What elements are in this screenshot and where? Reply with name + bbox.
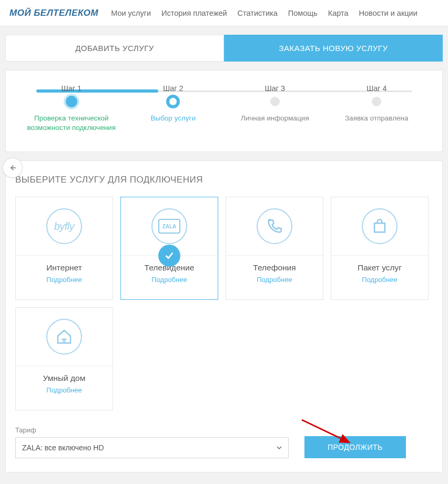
chevron-down-icon <box>277 445 282 450</box>
step-number: Шаг 3 <box>224 84 326 93</box>
nav-news[interactable]: Новости и акции <box>359 9 418 17</box>
step-label: Личная информация <box>224 114 326 123</box>
tariff-label: Тариф <box>15 426 289 434</box>
continue-button[interactable]: ПРОДОЛЖИТЬ <box>304 436 406 458</box>
card-telephony[interactable]: Телефония Подробнее <box>226 197 323 300</box>
nav-statistics[interactable]: Статистика <box>238 9 278 17</box>
service-cards: byfly Интернет Подробнее ZALA Телевидени… <box>15 197 433 410</box>
steps-panel: Шаг 1 Проверка технической возможности п… <box>5 70 443 152</box>
zala-icon: ZALA <box>151 208 187 244</box>
card-title: Телефония <box>253 263 296 273</box>
smart-home-icon <box>46 319 82 355</box>
step-3: Шаг 3 Личная информация <box>224 84 326 133</box>
step-4: Шаг 4 Заявка отправлена <box>326 84 428 133</box>
card-title: Пакет услуг <box>358 263 402 273</box>
arrow-left-icon <box>8 163 17 173</box>
tariff-selected-value: ZALA: все включено HD <box>22 443 104 452</box>
step-number: Шаг 4 <box>326 84 428 93</box>
nav-my-services[interactable]: Мои услуги <box>111 9 151 17</box>
byfly-icon: byfly <box>46 208 82 244</box>
card-more-link[interactable]: Подробнее <box>362 276 397 284</box>
card-internet[interactable]: byfly Интернет Подробнее <box>15 197 113 300</box>
nav-map[interactable]: Карта <box>328 9 349 17</box>
nav-payment-history[interactable]: История платежей <box>161 9 227 17</box>
card-more-link[interactable]: Подробнее <box>46 276 82 284</box>
step-dot-icon <box>166 95 180 108</box>
bag-icon <box>362 208 398 244</box>
tab-order-new-service[interactable]: ЗАКАЗАТЬ НОВУЮ УСЛУГУ <box>224 35 443 62</box>
tab-add-service[interactable]: ДОБАВИТЬ УСЛУГУ <box>5 35 224 62</box>
step-label: Заявка отправлена <box>326 114 428 123</box>
step-label: Выбор услуги <box>123 114 225 123</box>
top-navigation: МОЙ БЕЛТЕЛЕКОМ Мои услуги История платеж… <box>0 0 448 26</box>
card-more-link[interactable]: Подробнее <box>46 386 82 394</box>
step-dot-icon <box>64 94 79 109</box>
phone-icon <box>257 208 292 244</box>
main-nav: Мои услуги История платежей Статистика П… <box>111 9 418 17</box>
card-package[interactable]: Пакет услуг Подробнее <box>331 197 429 300</box>
card-title: Интернет <box>46 263 82 273</box>
step-number: Шаг 1 <box>21 84 123 93</box>
service-selection-panel: ВЫБЕРИТЕ УСЛУГУ ДЛЯ ПОДКЛЮЧЕНИЯ byfly Ин… <box>5 160 443 472</box>
logo: МОЙ БЕЛТЕЛЕКОМ <box>9 8 98 18</box>
card-more-link[interactable]: Подробнее <box>151 276 187 284</box>
card-more-link[interactable]: Подробнее <box>257 276 292 284</box>
step-1: Шаг 1 Проверка технической возможности п… <box>21 84 123 133</box>
tariff-select[interactable]: ZALA: все включено HD <box>15 437 289 458</box>
step-label: Проверка технической возможности подключ… <box>21 114 123 133</box>
svg-text:ZALA: ZALA <box>162 224 177 229</box>
step-dot-icon <box>372 97 381 106</box>
step-2: Шаг 2 Выбор услуги <box>123 84 225 133</box>
step-number: Шаг 2 <box>123 84 225 93</box>
svg-point-2 <box>64 342 65 343</box>
card-title: Умный дом <box>43 374 86 383</box>
section-title: ВЫБЕРИТЕ УСЛУГУ ДЛЯ ПОДКЛЮЧЕНИЯ <box>15 175 433 185</box>
selected-check-icon <box>158 245 180 267</box>
nav-help[interactable]: Помощь <box>288 9 318 17</box>
card-smart-home[interactable]: Умный дом Подробнее <box>15 307 113 410</box>
step-dot-icon <box>270 97 280 106</box>
service-tabs: ДОБАВИТЬ УСЛУГУ ЗАКАЗАТЬ НОВУЮ УСЛУГУ <box>5 35 443 62</box>
card-television[interactable]: ZALA Телевидение Подробнее <box>120 197 218 300</box>
